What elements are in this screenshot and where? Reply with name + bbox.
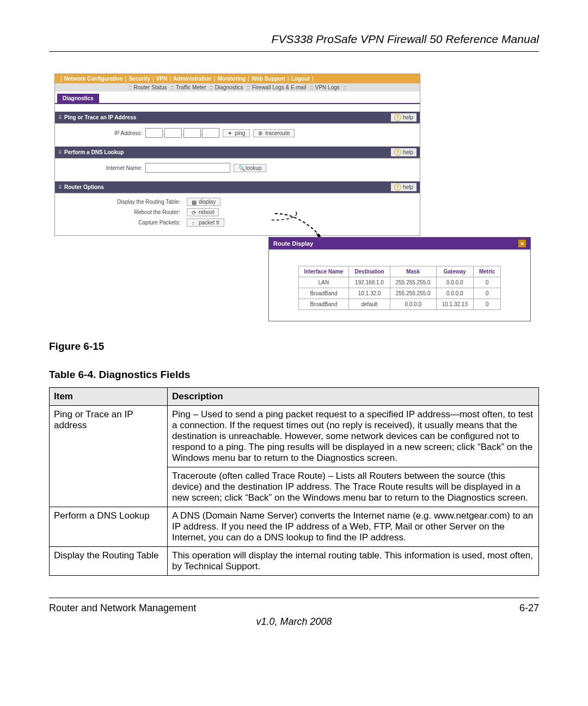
nav-monitoring[interactable]: Monitoring bbox=[217, 76, 246, 82]
footer-page-number: 6-27 bbox=[519, 602, 539, 614]
tab-row: Diagnostics bbox=[55, 92, 420, 104]
cell-item: Display the Routing Table bbox=[50, 547, 168, 576]
section-options-title: Router Options bbox=[58, 184, 104, 190]
cell-desc: Ping – Used to send a ping packet reques… bbox=[168, 406, 539, 467]
header-rule bbox=[49, 51, 539, 52]
nav-vpn[interactable]: VPN bbox=[156, 76, 168, 82]
close-icon[interactable]: × bbox=[518, 240, 526, 247]
subnav-diagnostics[interactable]: Diagnostics bbox=[215, 84, 243, 90]
traceroute-button[interactable]: ⊕traceroute bbox=[253, 129, 295, 137]
section-options-head: Router Options ?help bbox=[55, 181, 420, 193]
display-routing-label: Display the Routing Table: bbox=[60, 199, 183, 205]
cell-desc: Traceroute (often called Trace Route) – … bbox=[168, 467, 539, 507]
cell-desc: This operation will display the internal… bbox=[168, 547, 539, 576]
subnav-vpn-logs[interactable]: VPN Logs bbox=[315, 84, 340, 90]
cell-desc: A DNS (Domain Name Server) converts the … bbox=[168, 507, 539, 547]
table-row: Perform a DNS Lookup A DNS (Domain Name … bbox=[50, 507, 539, 547]
reboot-label: Reboot the Router: bbox=[60, 209, 183, 215]
subnav-router-status[interactable]: Router Status bbox=[133, 84, 167, 90]
table-icon: ▦ bbox=[192, 199, 197, 205]
help-options[interactable]: help bbox=[403, 184, 413, 190]
power-icon: ⟳ bbox=[192, 210, 197, 215]
top-nav: | Network Configuration| Security| VPN| … bbox=[55, 74, 420, 83]
nav-web-support[interactable]: Web Support bbox=[252, 76, 285, 82]
sub-nav: ::Router Status ::Traffic Meter ::Diagno… bbox=[55, 83, 420, 92]
magnify-icon: 🔍 bbox=[238, 165, 244, 171]
nav-logout[interactable]: Logout bbox=[291, 76, 310, 82]
help-icon[interactable]: ? bbox=[394, 149, 401, 156]
capture-label: Capture Packets: bbox=[60, 220, 183, 226]
lookup-button[interactable]: 🔍lookup bbox=[234, 164, 266, 172]
subnav-firewall-logs[interactable]: Firewall Logs & E-mail bbox=[252, 84, 306, 90]
help-icon[interactable]: ? bbox=[394, 184, 401, 191]
section-dns-title: Perform a DNS Lookup bbox=[58, 149, 124, 155]
ping-icon: ✦ bbox=[228, 130, 233, 136]
globe-icon: ⊕ bbox=[258, 130, 264, 136]
router-ui: | Network Configuration| Security| VPN| … bbox=[54, 74, 420, 236]
section-ping-head: Ping or Trace an IP Address ?help bbox=[55, 112, 420, 124]
col-mask: Mask bbox=[390, 266, 436, 277]
table-row: BroadBanddefault0.0.0.010.1.32.130 bbox=[298, 299, 501, 310]
cell-item: Ping or Trace an IP address bbox=[50, 406, 168, 507]
col-interface: Interface Name bbox=[298, 266, 349, 277]
help-ping[interactable]: help bbox=[403, 114, 413, 120]
footer-chapter: Router and Network Management bbox=[49, 602, 196, 614]
nav-administration[interactable]: Administration bbox=[173, 76, 212, 82]
cell-item: Perform a DNS Lookup bbox=[50, 507, 168, 547]
ip-octet-1[interactable] bbox=[145, 128, 163, 138]
ip-octet-4[interactable] bbox=[202, 128, 219, 138]
route-display-popup: Route Display × Interface Name Destinati… bbox=[268, 237, 531, 321]
footer-rule bbox=[49, 598, 539, 598]
tab-diagnostics[interactable]: Diagnostics bbox=[57, 94, 99, 103]
col-description: Description bbox=[168, 388, 539, 406]
reboot-button[interactable]: ⟳reboot bbox=[187, 208, 219, 216]
nav-network-config[interactable]: Network Configuration bbox=[64, 76, 123, 82]
figure-caption: Figure 6-15 bbox=[49, 340, 539, 352]
col-gateway: Gateway bbox=[436, 266, 473, 277]
route-table: Interface Name Destination Mask Gateway … bbox=[298, 266, 501, 310]
figure-wrap: | Network Configuration| Security| VPN| … bbox=[54, 74, 539, 335]
subnav-traffic-meter[interactable]: Traffic Meter bbox=[176, 84, 206, 90]
ip-address-label: IP Address: bbox=[60, 130, 145, 136]
internet-name-input[interactable] bbox=[145, 163, 230, 173]
table-row: Ping or Trace an IP address Ping – Used … bbox=[50, 406, 539, 467]
table-row: LAN192.168.1.0255.255.255.00.0.0.00 bbox=[298, 277, 501, 288]
popup-title: Route Display bbox=[273, 240, 313, 247]
display-button[interactable]: ▦display bbox=[187, 198, 220, 206]
footer-version: v1.0, March 2008 bbox=[49, 616, 539, 628]
help-dns[interactable]: help bbox=[403, 149, 413, 155]
capture-icon: ↕ bbox=[192, 220, 197, 226]
col-item: Item bbox=[50, 388, 168, 406]
col-metric: Metric bbox=[473, 266, 500, 277]
table-row: Display the Routing Table This operation… bbox=[50, 547, 539, 576]
help-icon[interactable]: ? bbox=[394, 114, 401, 121]
section-dns-head: Perform a DNS Lookup ?help bbox=[55, 147, 420, 159]
col-destination: Destination bbox=[349, 266, 390, 277]
ip-octet-3[interactable] bbox=[183, 128, 201, 138]
ping-button[interactable]: ✦ping bbox=[223, 129, 250, 137]
section-ping-title: Ping or Trace an IP Address bbox=[58, 114, 136, 120]
nav-security[interactable]: Security bbox=[128, 76, 150, 82]
table-caption: Table 6-4. Diagnostics Fields bbox=[49, 369, 539, 381]
table-row: BroadBand10.1.32.0255.255.255.00.0.0.00 bbox=[298, 288, 501, 299]
doc-header-title: FVS338 ProSafe VPN Firewall 50 Reference… bbox=[49, 33, 539, 46]
capture-button[interactable]: ↕packet tr bbox=[187, 218, 224, 227]
diagnostics-fields-table: Item Description Ping or Trace an IP add… bbox=[49, 387, 539, 576]
internet-name-label: Internet Name: bbox=[60, 165, 145, 171]
ip-octet-2[interactable] bbox=[164, 128, 182, 138]
